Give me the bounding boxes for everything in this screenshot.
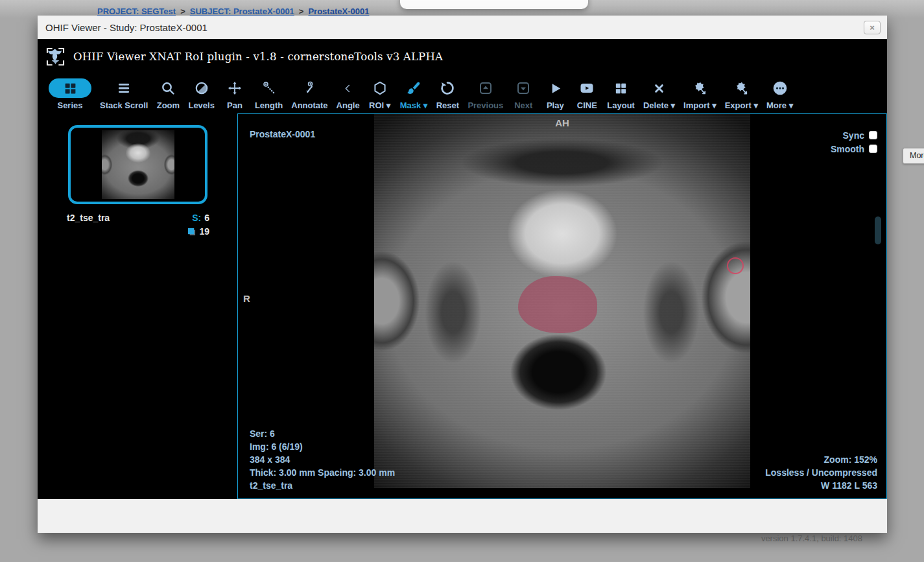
series-name: t2_tse_tra xyxy=(67,213,110,223)
tool-reset[interactable]: Reset xyxy=(436,78,459,110)
tool-label: Import ▾ xyxy=(683,100,717,110)
tool-label: Export ▾ xyxy=(725,100,758,110)
tool-import[interactable]: Import ▾ xyxy=(683,78,717,110)
overlay-line: 384 x 384 xyxy=(250,453,395,466)
tool-label: Mask ▾ xyxy=(400,100,428,110)
mri-image[interactable] xyxy=(374,114,750,488)
tool-label: Pan xyxy=(227,100,243,110)
tool-label: Previous xyxy=(468,100,503,110)
tool-series[interactable]: Series xyxy=(49,78,91,110)
tool-zoom[interactable]: Zoom xyxy=(156,78,180,110)
tool-label: Series xyxy=(57,100,82,110)
tool-delete[interactable]: Delete ▾ xyxy=(643,78,675,110)
annotate-icon xyxy=(302,78,317,98)
overlay-line: Img: 6 (6/19) xyxy=(250,440,395,453)
top-partial-panel xyxy=(400,0,588,9)
smooth-checkbox[interactable] xyxy=(869,145,877,153)
stack-scrollbar[interactable] xyxy=(875,217,881,244)
sync-checkbox[interactable] xyxy=(869,131,877,139)
version-label: version 1.7.4.1, build: 1408 xyxy=(761,533,862,543)
series-number-label: S: xyxy=(192,213,201,223)
tool-label: More ▾ xyxy=(766,100,793,110)
cine-icon xyxy=(578,78,595,98)
pan-icon xyxy=(227,78,243,98)
image-info-overlay: Ser: 6 Img: 6 (6/19) 384 x 384 Thick: 3.… xyxy=(250,427,395,492)
tool-annotate[interactable]: Annotate xyxy=(291,78,327,110)
page-background: PROJECT: SEGTest>SUBJECT: ProstateX-0001… xyxy=(0,0,924,562)
overlay-line: Thick: 3.00 mm Spacing: 3.00 mm xyxy=(250,466,395,479)
tool-play[interactable]: Play xyxy=(543,78,567,110)
tool-label: ROI ▾ xyxy=(369,100,390,110)
tool-label: CINE xyxy=(577,100,597,110)
tool-mask[interactable]: Mask ▾ xyxy=(400,78,428,110)
xnat-logo-icon xyxy=(43,45,67,69)
overlay-line: Zoom: 152% xyxy=(765,453,877,466)
content-area: t2_tse_tra S: 6 19 xyxy=(38,113,887,499)
close-icon[interactable]: × xyxy=(864,21,881,34)
tool-stack-scroll[interactable]: Stack Scroll xyxy=(100,78,148,110)
orientation-marker-left: R xyxy=(243,293,250,304)
tool-label: Angle xyxy=(337,100,360,110)
prev-icon xyxy=(478,78,493,98)
toolbar: SeriesStack ScrollZoomLevelsPanLengthAnn… xyxy=(38,75,887,113)
tool-layout[interactable]: Layout xyxy=(607,78,635,110)
breadcrumb: PROJECT: SEGTest>SUBJECT: ProstateX-0001… xyxy=(97,6,369,16)
roi-contour xyxy=(727,257,744,274)
tool-label: Play xyxy=(547,100,564,110)
tool-pan[interactable]: Pan xyxy=(223,78,246,110)
length-icon xyxy=(261,78,277,98)
tool-label: Stack Scroll xyxy=(100,100,148,110)
tool-label: Length xyxy=(255,100,283,110)
tool-previous: Previous xyxy=(468,78,503,110)
tool-length[interactable]: Length xyxy=(255,78,283,110)
series-panel: t2_tse_tra S: 6 19 xyxy=(38,113,237,499)
app-title: OHIF Viewer XNAT RoI plugin - v1.8 - cor… xyxy=(73,51,443,63)
zoom-icon xyxy=(160,78,176,98)
reset-icon xyxy=(440,78,455,98)
patient-id-overlay: ProstateX-0001 xyxy=(250,129,315,139)
smooth-label: Smooth xyxy=(831,144,864,154)
instance-count: 19 xyxy=(199,226,209,237)
mask-icon xyxy=(406,78,421,98)
grid-icon xyxy=(49,78,91,98)
series-number: 6 xyxy=(204,213,209,223)
layout-icon xyxy=(613,78,628,98)
tool-next: Next xyxy=(512,78,535,110)
tool-label: Zoom xyxy=(157,100,180,110)
modal-header: OHIF Viewer - Study: ProstateX-0001 × xyxy=(38,16,887,39)
roi-icon xyxy=(372,78,388,98)
xnatin-icon xyxy=(692,78,708,98)
tool-roi[interactable]: ROI ▾ xyxy=(368,78,392,110)
more-tooltip: More xyxy=(903,148,924,164)
app-header: OHIF Viewer XNAT RoI plugin - v1.8 - cor… xyxy=(38,39,887,75)
tool-label: Delete ▾ xyxy=(643,100,675,110)
viewport[interactable]: ProstateX-0001 AH R Sync Smooth Ser: 6 I… xyxy=(237,113,887,499)
tool-levels[interactable]: Levels xyxy=(188,78,214,110)
angle-icon xyxy=(342,78,354,98)
sync-label: Sync xyxy=(843,130,864,141)
tool-angle[interactable]: Angle xyxy=(337,78,360,110)
stack-icon xyxy=(116,78,132,98)
breadcrumb-subject-link[interactable]: SUBJECT: ProstateX-0001 xyxy=(190,6,294,16)
tool-label: Reset xyxy=(436,100,459,110)
viewport-options: Sync Smooth xyxy=(831,128,877,156)
tool-cine[interactable]: CINE xyxy=(575,78,598,110)
tool-label: Next xyxy=(514,100,532,110)
series-thumbnail-image xyxy=(102,130,174,199)
delete-icon xyxy=(652,78,666,98)
breadcrumb-session-link[interactable]: ProstateX-0001 xyxy=(308,6,369,16)
modal-title: OHIF Viewer - Study: ProstateX-0001 xyxy=(45,22,207,33)
tool-export[interactable]: Export ▾ xyxy=(725,78,758,110)
breadcrumb-project-link[interactable]: PROJECT: SEGTest xyxy=(97,6,176,16)
breadcrumb-separator: > xyxy=(294,6,309,16)
modal-footer xyxy=(38,499,887,533)
ohif-viewer-modal: OHIF Viewer - Study: ProstateX-0001 × OH… xyxy=(38,16,887,533)
breadcrumb-separator: > xyxy=(176,6,190,16)
tool-more[interactable]: More ▾ xyxy=(766,78,793,110)
more-icon xyxy=(772,78,788,98)
xnatout-icon xyxy=(733,78,750,98)
play-icon xyxy=(548,78,563,98)
series-meta: t2_tse_tra S: 6 19 xyxy=(67,213,209,237)
series-thumbnail[interactable] xyxy=(68,125,207,204)
segmentation-mask-overlay xyxy=(518,276,597,333)
